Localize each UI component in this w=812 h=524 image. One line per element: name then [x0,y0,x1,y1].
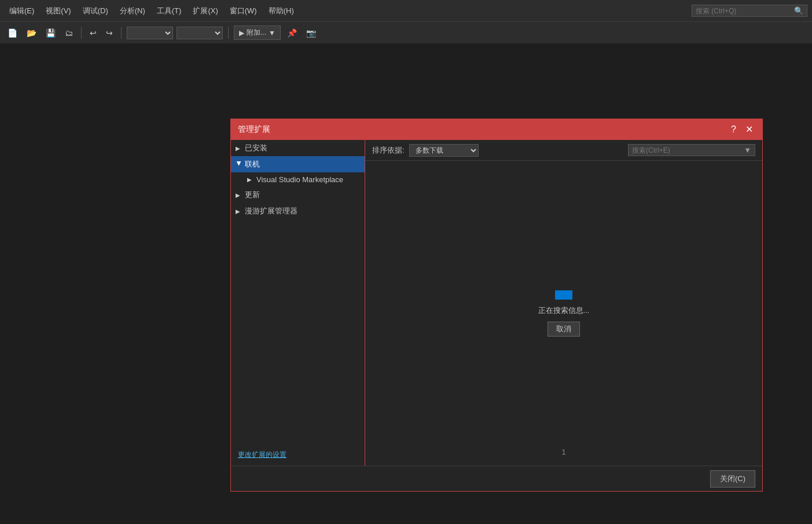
search-input[interactable] [632,146,744,154]
menu-search-box: 🔍 [692,5,807,17]
sort-select[interactable]: 多数下载 [409,144,479,157]
menu-window[interactable]: 窗口(W) [225,3,262,19]
dialog-title: 管理扩展 [238,124,270,135]
menu-help[interactable]: 帮助(H) [264,3,299,19]
tree-item-online[interactable]: ▶ 联机 [231,156,365,172]
search-box: ▼ [628,144,755,156]
toolbar: 📄 📂 💾 🗂 ↩ ↪ ▶ 附加... ▼ 📌 📷 [0,22,812,44]
save-icon[interactable]: 💾 [43,27,58,39]
separator-3 [228,27,229,39]
attach-icon: ▶ [239,29,244,37]
roaming-arrow-icon: ▶ [236,208,243,215]
attach-button[interactable]: ▶ 附加... ▼ [234,25,281,40]
updates-label: 更新 [245,190,260,200]
search-dropdown-icon[interactable]: ▼ [744,146,751,154]
loading-bar [555,290,572,300]
search-icon: 🔍 [794,6,803,15]
menu-analyze[interactable]: 分析(N) [115,3,150,19]
manage-extensions-dialog: 管理扩展 ? ✕ ▶ 已安装 ▶ 联机 [230,119,763,492]
menu-search-input[interactable] [696,7,794,15]
dialog-titlebar: 管理扩展 ? ✕ [231,119,762,140]
menu-debug[interactable]: 调试(D) [78,3,113,19]
tree-item-updates[interactable]: ▶ 更新 [231,187,365,203]
dialog-footer: 关闭(C) [231,466,762,491]
tree-item-installed[interactable]: ▶ 已安装 [231,140,365,156]
marketplace-arrow-icon: ▶ [247,176,254,183]
platform-combo[interactable] [177,27,223,39]
titlebar-buttons: ? ✕ [729,124,755,135]
undo-icon[interactable]: ↩ [87,27,100,39]
pin-icon[interactable]: 📌 [284,27,300,39]
content-area: 正在搜索信息... 取消 1 [365,161,762,466]
main-area: 管理扩展 ? ✕ ▶ 已安装 ▶ 联机 [0,44,812,524]
online-label: 联机 [245,159,260,169]
close-footer-button[interactable]: 关闭(C) [710,470,755,488]
redo-icon[interactable]: ↪ [103,27,116,39]
updates-arrow-icon: ▶ [236,192,243,198]
save-all-icon[interactable]: 🗂 [62,27,76,39]
attach-label: 附加... [247,28,266,38]
change-settings-link[interactable]: 更改扩展的设置 [231,444,365,466]
separator-2 [121,27,122,39]
attach-dropdown-icon: ▼ [269,29,275,37]
close-button[interactable]: ✕ [743,124,755,135]
menu-edit[interactable]: 编辑(E) [5,3,39,19]
tree-item-marketplace[interactable]: ▶ Visual Studio Marketplace [231,172,365,187]
menu-bar: 编辑(E) 视图(V) 调试(D) 分析(N) 工具(T) 扩展(X) 窗口(W… [0,0,812,22]
marketplace-label: Visual Studio Marketplace [256,175,343,184]
sort-label: 排序依据: [372,145,405,156]
loading-container: 正在搜索信息... 取消 [538,290,590,337]
online-arrow-icon: ▶ [236,161,243,168]
new-file-icon[interactable]: 📄 [5,27,20,39]
cancel-button[interactable]: 取消 [548,322,580,337]
installed-arrow-icon: ▶ [236,145,243,152]
menu-extensions[interactable]: 扩展(X) [188,3,222,19]
tree-item-roaming[interactable]: ▶ 漫游扩展管理器 [231,203,365,219]
config-combo[interactable] [127,27,173,39]
right-panel: 排序依据: 多数下载 ▼ 正在搜索信息... 取消 [365,140,762,466]
help-button[interactable]: ? [729,124,738,135]
page-number: 1 [561,448,565,456]
left-panel: ▶ 已安装 ▶ 联机 ▶ Visual Studio Marketplace ▶… [231,140,365,466]
top-controls: 排序依据: 多数下载 ▼ [365,140,762,161]
loading-text: 正在搜索信息... [538,305,590,316]
dialog-body: ▶ 已安装 ▶ 联机 ▶ Visual Studio Marketplace ▶… [231,140,762,466]
installed-label: 已安装 [245,143,267,153]
camera-icon[interactable]: 📷 [303,27,319,39]
menu-tools[interactable]: 工具(T) [152,3,186,19]
roaming-label: 漫游扩展管理器 [245,206,297,216]
menu-view[interactable]: 视图(V) [41,3,75,19]
separator-1 [81,27,82,39]
open-icon[interactable]: 📂 [24,27,39,39]
